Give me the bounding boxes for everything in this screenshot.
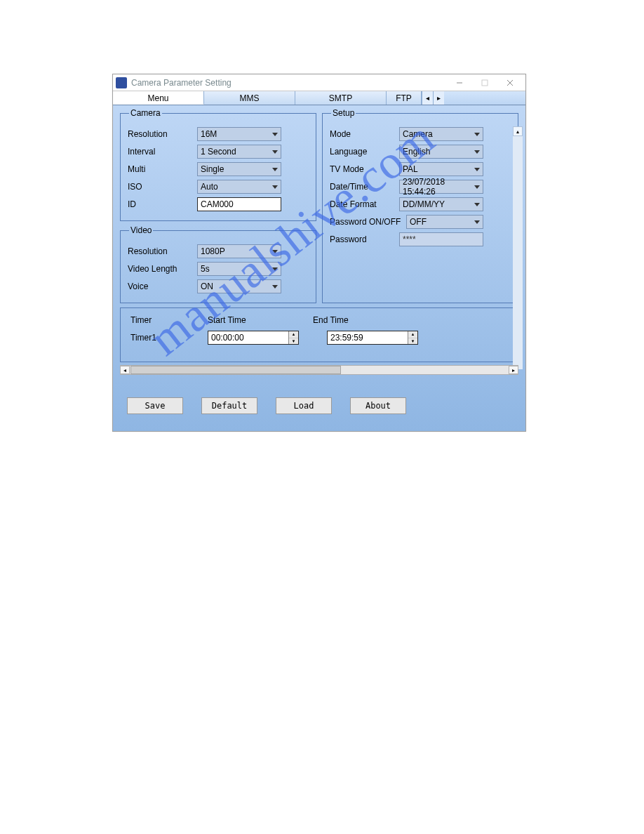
setup-password-input[interactable]: **** [399, 232, 483, 246]
app-window: Camera Parameter Setting Menu MMS SMTP F… [112, 74, 526, 432]
camera-multi-select[interactable]: Single [197, 162, 281, 176]
camera-id-label: ID [128, 199, 194, 209]
spinner-down-icon[interactable]: ▼ [408, 338, 417, 345]
tab-menu[interactable]: Menu [113, 91, 204, 105]
spinner-down-icon[interactable]: ▼ [289, 338, 298, 345]
video-length-select[interactable]: 5s [197, 262, 281, 276]
camera-iso-select[interactable]: Auto [197, 180, 281, 194]
footer-buttons: Save Default Load About [113, 379, 525, 431]
svg-rect-1 [482, 80, 488, 86]
camera-iso-label: ISO [128, 182, 194, 192]
tab-mms[interactable]: MMS [204, 91, 295, 105]
minimize-button[interactable] [447, 75, 472, 91]
camera-legend: Camera [129, 108, 162, 118]
tab-bar: Menu MMS SMTP FTP ◂ ▸ [113, 91, 525, 105]
vertical-scrollbar[interactable]: ▴ [513, 126, 523, 369]
setup-pwdonoff-label: Password ON/OFF [330, 217, 403, 227]
titlebar: Camera Parameter Setting [113, 74, 525, 91]
setup-dateformat-select[interactable]: DD/MM/YY [399, 197, 483, 211]
timer-label: Timer [130, 315, 208, 325]
setup-mode-label: Mode [330, 129, 396, 139]
camera-resolution-select[interactable]: 16M [197, 127, 281, 141]
load-button[interactable]: Load [276, 397, 332, 414]
video-resolution-label: Resolution [128, 246, 194, 256]
setup-dateformat-label: Date Format [330, 199, 396, 209]
camera-id-input[interactable]: CAM000 [197, 197, 281, 211]
setup-language-select[interactable]: English [399, 145, 483, 159]
timer-group: Timer Start Time End Time Timer1 00:00:0… [120, 307, 518, 362]
setup-datetime-label: Date/Time [330, 182, 396, 192]
window-title: Camera Parameter Setting [131, 78, 447, 88]
timer1-label: Timer1 [130, 333, 208, 343]
video-voice-select[interactable]: ON [197, 279, 281, 293]
setup-group: Setup Mode Camera Language English TV Mo… [322, 108, 518, 303]
setup-tvmode-label: TV Mode [330, 164, 396, 174]
maximize-button[interactable] [472, 75, 497, 91]
spinner-up-icon[interactable]: ▲ [289, 331, 298, 338]
video-voice-label: Voice [128, 282, 194, 291]
tab-smtp[interactable]: SMTP [295, 91, 387, 105]
tab-scroll-left[interactable]: ◂ [422, 91, 433, 105]
default-button[interactable]: Default [201, 397, 257, 414]
camera-multi-label: Multi [128, 164, 194, 174]
scroll-up-icon[interactable]: ▴ [513, 126, 523, 136]
scroll-left-icon[interactable]: ◂ [120, 366, 130, 374]
setup-tvmode-select[interactable]: PAL [399, 162, 483, 176]
horizontal-scrollbar[interactable]: ◂ ▸ [120, 365, 518, 375]
setup-mode-select[interactable]: Camera [399, 127, 483, 141]
spinner-up-icon[interactable]: ▲ [408, 331, 417, 338]
timer-end-label: End Time [313, 315, 418, 325]
close-button[interactable] [497, 75, 523, 91]
scrollbar-thumb[interactable] [130, 366, 341, 374]
setup-legend: Setup [331, 108, 356, 118]
video-length-label: Video Length [128, 264, 194, 274]
tab-scroll-right[interactable]: ▸ [433, 91, 444, 105]
setup-pwdonoff-select[interactable]: OFF [406, 215, 483, 229]
video-group: Video Resolution 1080P Video Length 5s V… [120, 225, 316, 303]
camera-interval-label: Interval [128, 147, 194, 157]
save-button[interactable]: Save [127, 397, 183, 414]
timer1-end-input[interactable]: 23:59:59 ▲▼ [327, 331, 418, 345]
camera-resolution-label: Resolution [128, 129, 194, 139]
setup-language-label: Language [330, 147, 396, 157]
timer-start-label: Start Time [208, 315, 313, 325]
scroll-right-icon[interactable]: ▸ [509, 366, 518, 374]
video-resolution-select[interactable]: 1080P [197, 244, 281, 258]
video-legend: Video [129, 225, 153, 235]
camera-interval-select[interactable]: 1 Second [197, 145, 281, 159]
camera-group: Camera Resolution 16M Interval 1 Second … [120, 108, 316, 221]
content-area: ▴ Camera Resolution 16M Interval 1 Secon… [113, 105, 525, 379]
timer1-start-input[interactable]: 00:00:00 ▲▼ [208, 331, 299, 345]
tab-ftp[interactable]: FTP [387, 91, 422, 105]
about-button[interactable]: About [350, 397, 406, 414]
app-icon [116, 77, 127, 88]
setup-datetime-select[interactable]: 23/07/2018 15:44:26 [399, 180, 483, 194]
setup-password-label: Password [330, 234, 396, 244]
